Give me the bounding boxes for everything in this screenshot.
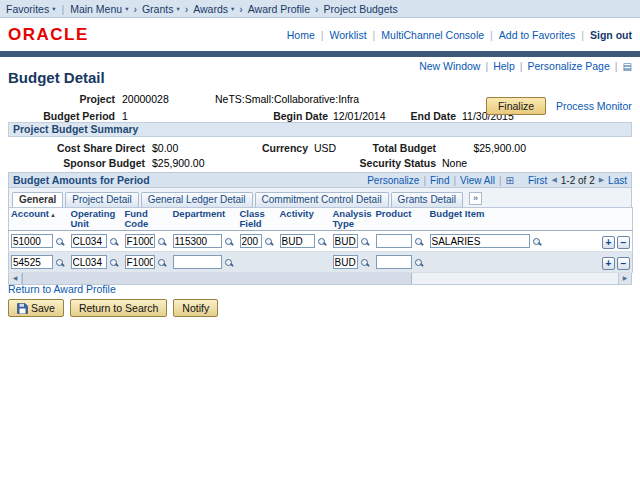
tab-general-ledger-detail[interactable]: General Ledger Detail xyxy=(141,192,253,207)
view-all-link[interactable]: View All xyxy=(460,175,495,186)
process-monitor-link[interactable]: Process Monitor xyxy=(556,100,632,112)
finalize-button[interactable]: Finalize xyxy=(486,97,546,115)
department-input[interactable] xyxy=(173,255,222,269)
column-label: Account xyxy=(11,208,49,219)
link-home[interactable]: Home xyxy=(287,29,315,41)
column-header-account[interactable]: Account▲ xyxy=(9,208,69,231)
department-input[interactable] xyxy=(173,234,222,248)
activity-input[interactable] xyxy=(280,234,315,248)
lookup-icon[interactable] xyxy=(158,259,165,266)
project-label: Project xyxy=(30,93,115,105)
lookup-icon[interactable] xyxy=(225,238,232,245)
cell-row-actions: +− xyxy=(597,252,633,273)
analysis-type-input[interactable] xyxy=(333,255,358,269)
new-window-link[interactable]: New Window xyxy=(419,60,480,72)
return-to-award-profile-link[interactable]: Return to Award Profile xyxy=(8,283,116,295)
personalize-link[interactable]: Personalize xyxy=(367,175,419,186)
lookup-icon[interactable] xyxy=(415,238,422,245)
lookup-icon[interactable] xyxy=(56,259,63,266)
delete-row-button[interactable]: − xyxy=(617,236,630,249)
product-input[interactable] xyxy=(376,234,412,248)
begin-date-label: Begin Date xyxy=(260,110,328,122)
account-input[interactable] xyxy=(11,234,53,248)
grid-tab-strip: General Project Detail General Ledger De… xyxy=(8,188,632,207)
link-add-to-favorites[interactable]: Add to Favorites xyxy=(499,29,575,41)
fund-code-input[interactable] xyxy=(125,234,155,248)
help-link[interactable]: Help xyxy=(493,60,515,72)
copy-url-icon[interactable]: ▤ xyxy=(623,61,632,72)
breadcrumb-main-menu[interactable]: Main Menu▾ xyxy=(70,3,128,15)
link-multichannel-console[interactable]: MultiChannel Console xyxy=(381,29,484,41)
download-grid-icon[interactable]: ⊞ xyxy=(506,175,514,186)
breadcrumb-separator-icon: › xyxy=(133,3,137,15)
breadcrumb-award-profile[interactable]: Award Profile xyxy=(248,3,310,15)
lookup-icon[interactable] xyxy=(56,238,63,245)
lookup-icon[interactable] xyxy=(158,238,165,245)
tab-commitment-control-detail[interactable]: Commitment Control Detail xyxy=(255,192,389,207)
divider: | xyxy=(520,60,523,72)
analysis-type-input[interactable] xyxy=(333,234,358,248)
currency-label: Currency xyxy=(240,142,308,154)
next-page-icon[interactable]: ▶ xyxy=(599,176,604,184)
lookup-icon[interactable] xyxy=(265,238,272,245)
column-header-activity[interactable]: Activity xyxy=(278,208,331,231)
column-header-operating-unit[interactable]: Operating Unit xyxy=(69,208,123,231)
lookup-icon[interactable] xyxy=(318,238,325,245)
column-label: Budget Item xyxy=(430,208,485,219)
operating-unit-input[interactable] xyxy=(71,255,107,269)
column-header-department[interactable]: Department xyxy=(171,208,238,231)
breadcrumb-grants[interactable]: Grants▾ xyxy=(142,3,180,15)
operating-unit-input[interactable] xyxy=(71,234,107,248)
security-status-value: None xyxy=(442,157,467,169)
lookup-icon[interactable] xyxy=(533,238,540,245)
account-input[interactable] xyxy=(11,255,53,269)
sponsor-budget-value: $25,900.00 xyxy=(152,157,205,169)
breadcrumb-favorites[interactable]: Favorites▾ xyxy=(6,3,55,15)
fund-code-input[interactable] xyxy=(125,255,155,269)
total-budget-value: $25,900.00 xyxy=(440,142,526,154)
sign-out-link[interactable]: Sign out xyxy=(590,29,632,41)
first-page-link[interactable]: First xyxy=(528,175,547,186)
cell-operating-unit xyxy=(69,252,123,273)
column-header-analysis-type[interactable]: Analysis Type xyxy=(331,208,374,231)
cell-activity xyxy=(278,252,331,273)
lookup-icon[interactable] xyxy=(225,259,232,266)
breadcrumb-awards[interactable]: Awards▾ xyxy=(193,3,234,15)
lookup-icon[interactable] xyxy=(361,259,368,266)
last-page-link[interactable]: Last xyxy=(608,175,627,186)
sponsor-budget-label: Sponsor Budget xyxy=(20,157,145,169)
breadcrumb: Favorites▾ | Main Menu▾ › Grants▾ › Awar… xyxy=(0,0,640,18)
lookup-icon[interactable] xyxy=(361,238,368,245)
show-all-columns-icon[interactable]: » xyxy=(469,192,482,205)
lookup-icon[interactable] xyxy=(415,259,422,266)
column-header-budget-item[interactable]: Budget Item xyxy=(428,208,597,231)
notify-button[interactable]: Notify xyxy=(173,299,218,317)
column-header-fund-code[interactable]: Fund Code xyxy=(123,208,171,231)
add-row-button[interactable]: + xyxy=(602,257,615,270)
class-field-input[interactable] xyxy=(240,234,262,248)
grid-titlebar: Budget Amounts for Period Personalize | … xyxy=(8,172,632,188)
budget-item-input[interactable] xyxy=(430,234,530,248)
find-link[interactable]: Find xyxy=(430,175,449,186)
breadcrumb-separator-icon: › xyxy=(315,3,319,15)
personalize-page-link[interactable]: Personalize Page xyxy=(528,60,610,72)
breadcrumb-project-budgets[interactable]: Project Budgets xyxy=(324,3,398,15)
cell-class-field xyxy=(238,231,278,252)
product-input[interactable] xyxy=(376,255,412,269)
delete-row-button[interactable]: − xyxy=(617,257,630,270)
tab-general[interactable]: General xyxy=(12,192,63,207)
lookup-icon[interactable] xyxy=(110,238,117,245)
scroll-right-button[interactable]: ▶ xyxy=(618,273,631,284)
previous-page-icon[interactable]: ◀ xyxy=(551,176,556,184)
save-button[interactable]: Save xyxy=(8,299,64,317)
add-row-button[interactable]: + xyxy=(602,236,615,249)
lookup-icon[interactable] xyxy=(110,259,117,266)
column-header-product[interactable]: Product xyxy=(374,208,428,231)
budget-period-value: 1 xyxy=(122,110,128,122)
tab-grants-detail[interactable]: Grants Detail xyxy=(391,192,463,207)
divider: | xyxy=(321,29,324,41)
link-worklist[interactable]: Worklist xyxy=(329,29,366,41)
return-to-search-button[interactable]: Return to Search xyxy=(70,299,167,317)
tab-project-detail[interactable]: Project Detail xyxy=(65,192,138,207)
column-header-class-field[interactable]: Class Field xyxy=(238,208,278,231)
